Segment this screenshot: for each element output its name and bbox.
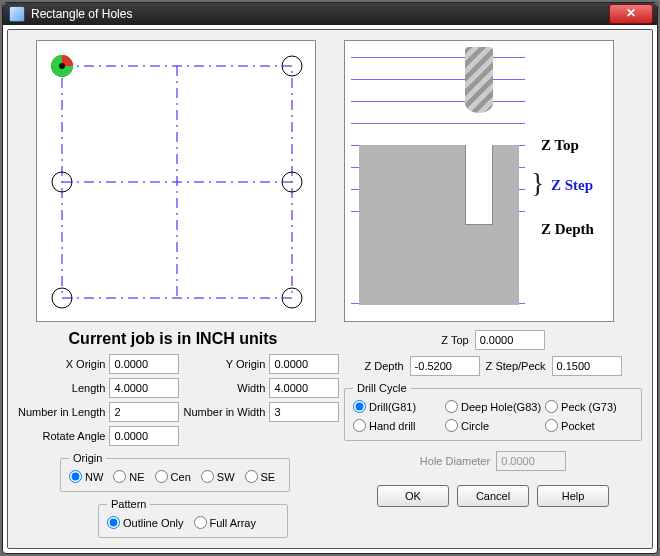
z-top-label: Z Top: [441, 334, 468, 346]
pattern-option-full-array[interactable]: Full Array: [194, 516, 256, 529]
z-step-input[interactable]: [552, 356, 622, 376]
num-width-input[interactable]: [269, 402, 339, 422]
length-label: Length: [72, 382, 106, 394]
x-origin-input[interactable]: [109, 354, 179, 374]
z-top-input[interactable]: [475, 330, 545, 350]
origin-legend: Origin: [69, 452, 106, 464]
close-button[interactable]: ✕: [609, 4, 653, 24]
drill-bit-icon: [465, 47, 493, 113]
num-length-input[interactable]: [109, 402, 179, 422]
left-column: Current job is in INCH units X Origin Y …: [18, 40, 328, 538]
z-top-annot: Z Top: [541, 137, 579, 154]
drill-cycle-legend: Drill Cycle: [353, 382, 411, 394]
depth-diagram: Z Top } Z Step Z Depth: [344, 40, 614, 322]
rotate-label: Rotate Angle: [42, 430, 105, 442]
drill-option-deep-hole-g83-[interactable]: Deep Hole(G83): [445, 400, 541, 413]
origin-group: Origin NWNECenSWSE: [60, 452, 290, 492]
rotate-input[interactable]: [109, 426, 179, 446]
brace-icon: }: [531, 167, 544, 199]
pattern-svg: [37, 41, 317, 323]
x-origin-label: X Origin: [66, 358, 106, 370]
length-input[interactable]: [109, 378, 179, 398]
y-origin-input[interactable]: [269, 354, 339, 374]
origin-option-cen[interactable]: Cen: [155, 470, 191, 483]
dialog-window: Rectangle of Holes ✕: [2, 2, 658, 554]
button-row: OK Cancel Help: [344, 485, 642, 507]
drill-option-pocket[interactable]: Pocket: [545, 419, 633, 432]
cancel-button[interactable]: Cancel: [457, 485, 529, 507]
origin-option-sw[interactable]: SW: [201, 470, 235, 483]
drill-cycle-group: Drill Cycle Drill(G81)Deep Hole(G83)Peck…: [344, 382, 642, 441]
z-step-annot: Z Step: [551, 177, 593, 194]
pattern-option-outline-only[interactable]: Outline Only: [107, 516, 184, 529]
client-area: Current job is in INCH units X Origin Y …: [7, 29, 653, 549]
hole-diameter-label: Hole Diameter: [420, 455, 490, 467]
drill-option-peck-g73-[interactable]: Peck (G73): [545, 400, 633, 413]
window-title: Rectangle of Holes: [31, 7, 609, 21]
drill-option-hand-drill[interactable]: Hand drill: [353, 419, 441, 432]
num-length-label: Number in Length: [18, 406, 105, 418]
titlebar: Rectangle of Holes ✕: [3, 3, 657, 25]
ok-button[interactable]: OK: [377, 485, 449, 507]
right-column: Z Top } Z Step Z Depth Z Top Z Depth Z S…: [344, 40, 642, 538]
drill-option-drill-g81-[interactable]: Drill(G81): [353, 400, 441, 413]
z-step-label: Z Step/Peck: [486, 360, 546, 372]
z-depth-label: Z Depth: [364, 360, 403, 372]
hole-diameter-input: [496, 451, 566, 471]
units-status: Current job is in INCH units: [18, 330, 328, 348]
origin-option-nw[interactable]: NW: [69, 470, 103, 483]
pattern-legend: Pattern: [107, 498, 150, 510]
app-icon: [9, 6, 25, 22]
width-input[interactable]: [269, 378, 339, 398]
num-width-label: Number in Width: [183, 406, 265, 418]
z-depth-input[interactable]: [410, 356, 480, 376]
origin-option-se[interactable]: SE: [245, 470, 276, 483]
drill-option-circle[interactable]: Circle: [445, 419, 541, 432]
help-button[interactable]: Help: [537, 485, 609, 507]
left-form: X Origin Y Origin Length Width Number in…: [18, 354, 328, 446]
hole-diameter-row: Hole Diameter: [344, 451, 642, 471]
pattern-group: Pattern Outline OnlyFull Array: [98, 498, 288, 538]
z-depth-annot: Z Depth: [541, 221, 594, 238]
origin-option-ne[interactable]: NE: [113, 470, 144, 483]
hole-pattern-preview: [36, 40, 316, 322]
svg-point-10: [59, 63, 65, 69]
y-origin-label: Y Origin: [226, 358, 266, 370]
width-label: Width: [237, 382, 265, 394]
